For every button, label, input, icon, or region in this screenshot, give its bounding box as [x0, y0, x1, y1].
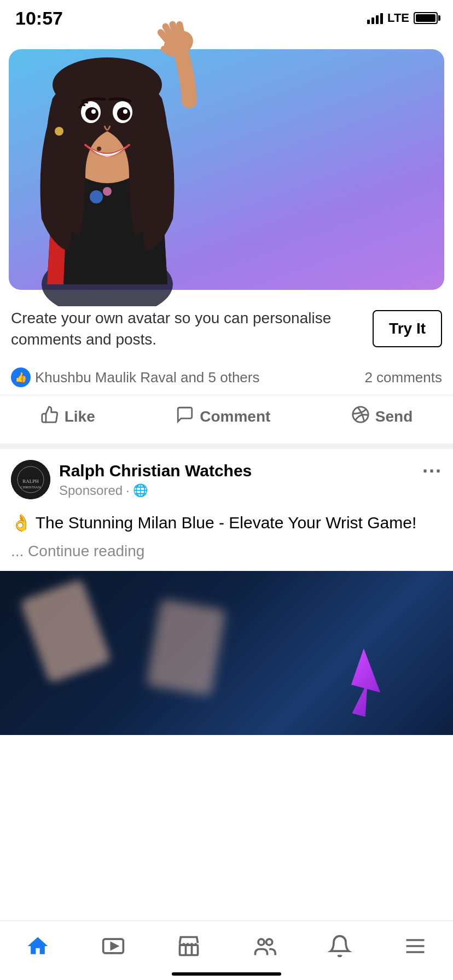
avatar-character: [0, 0, 249, 306]
continue-reading[interactable]: ... Continue reading: [11, 542, 442, 560]
more-options-button[interactable]: ···: [422, 460, 442, 483]
svg-point-30: [258, 939, 264, 945]
nav-menu[interactable]: [392, 930, 439, 962]
status-icons: LTE: [367, 11, 438, 25]
svg-point-9: [117, 107, 130, 120]
reactions-text: Khushbu Maulik Raval and 5 others: [35, 369, 259, 386]
svg-point-2: [103, 187, 112, 196]
nav-groups[interactable]: [241, 930, 288, 962]
author-meta: Sponsored · 🌐: [59, 483, 252, 498]
carrier-text: LTE: [387, 11, 409, 25]
bottom-nav: [0, 920, 453, 980]
bottom-indicator: [172, 972, 281, 976]
post-content: 👌 The Stunning Milan Blue - Elevate Your…: [11, 510, 442, 535]
post-description-text: Create your own avatar so you can person…: [11, 307, 373, 350]
nav-video[interactable]: [90, 930, 137, 962]
svg-point-11: [123, 109, 127, 114]
comment-button[interactable]: Comment: [162, 399, 283, 435]
svg-point-8: [85, 107, 98, 120]
svg-point-5: [53, 57, 162, 112]
post-author: RALPH CHRISTIAN Ralph Christian Watches …: [11, 460, 252, 499]
reactions-left: 👍 Khushbu Maulik Raval and 5 others: [11, 368, 259, 387]
svg-point-31: [266, 939, 272, 945]
sponsored-label: Sponsored: [59, 483, 123, 498]
like-icon: [40, 405, 59, 428]
watch-card-1: [20, 579, 111, 684]
comments-count: 2 comments: [364, 369, 442, 386]
dot-separator: ·: [126, 483, 130, 498]
try-it-button[interactable]: Try It: [373, 310, 442, 347]
nav-home[interactable]: [14, 930, 61, 962]
author-info: Ralph Christian Watches Sponsored · 🌐: [59, 461, 252, 498]
comment-icon: [176, 405, 194, 428]
watch-card-2: [146, 599, 226, 696]
battery-icon: [414, 12, 438, 24]
like-reaction-icon: 👍: [11, 368, 31, 387]
nav-notifications[interactable]: [316, 930, 363, 962]
svg-point-10: [91, 109, 96, 114]
svg-rect-27: [180, 945, 198, 955]
author-name[interactable]: Ralph Christian Watches: [59, 461, 252, 481]
comment-label: Comment: [200, 408, 270, 425]
avatar-card: [9, 33, 444, 295]
svg-text:RALPH: RALPH: [22, 479, 39, 484]
svg-marker-26: [111, 943, 117, 949]
send-label: Send: [375, 408, 413, 425]
send-icon: [351, 405, 370, 428]
avatar-post-section: [0, 33, 453, 295]
sponsored-post: RALPH CHRISTIAN Ralph Christian Watches …: [0, 449, 453, 571]
post-header: RALPH CHRISTIAN Ralph Christian Watches …: [11, 460, 442, 499]
svg-text:CHRISTIAN: CHRISTIAN: [20, 485, 40, 489]
action-buttons-row: Like Comment Send: [0, 395, 453, 444]
svg-point-13: [55, 127, 63, 136]
svg-point-1: [90, 190, 103, 203]
svg-point-12: [97, 147, 101, 151]
author-avatar: RALPH CHRISTIAN: [11, 460, 50, 499]
send-button[interactable]: Send: [338, 399, 426, 435]
reactions-bar: 👍 Khushbu Maulik Raval and 5 others 2 co…: [0, 362, 453, 395]
nav-marketplace[interactable]: [165, 930, 212, 962]
watch-image[interactable]: [0, 571, 453, 735]
globe-icon: 🌐: [133, 483, 148, 498]
section-divider: [0, 444, 453, 449]
like-label: Like: [65, 408, 95, 425]
like-button[interactable]: Like: [27, 399, 108, 435]
signal-icon: [367, 12, 383, 24]
